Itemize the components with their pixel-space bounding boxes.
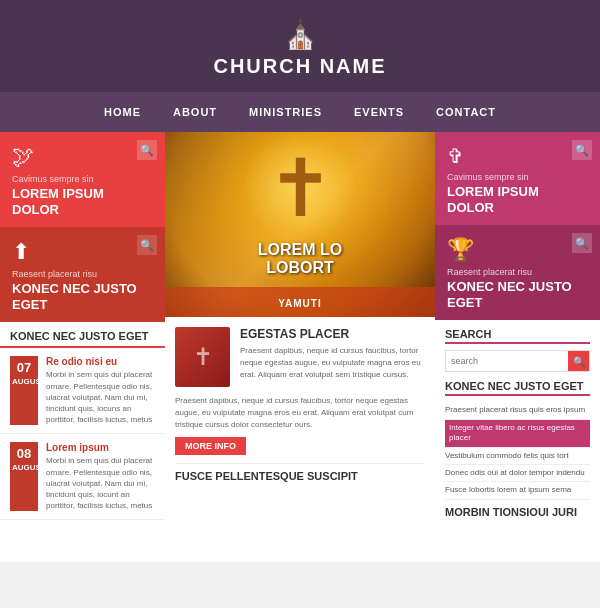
article-body-2: Praesent dapibus, neque id cursus faucib… bbox=[175, 395, 425, 431]
hero-title-2: LOBORT bbox=[258, 259, 342, 277]
right-bottom-subtitle: Raesent placerat risu bbox=[447, 267, 588, 277]
right-top-subtitle: Cavimus sempre sin bbox=[447, 172, 588, 182]
church-name: CHURCH NAME bbox=[213, 55, 386, 77]
left-bottom-widget: 🔍 ⬆ Raesent placerat risu KONEC NEC JUST… bbox=[0, 227, 165, 322]
hero-overlay: YAMUTI bbox=[165, 287, 435, 317]
search-input[interactable] bbox=[446, 351, 568, 371]
news-item-1: 07 August Re odio nisi eu Morbi in sem q… bbox=[0, 348, 165, 434]
cross-icon: ✝ bbox=[267, 142, 334, 235]
nav-ministries[interactable]: MINISTRIES bbox=[233, 102, 338, 122]
list-item-1: Praesent placerat risus quis eros ipsum bbox=[445, 402, 590, 419]
left-top-title: LOREM IPSUM DOLOR bbox=[12, 186, 153, 217]
list-item-2: Integer vitae libero ac risus egestas pl… bbox=[445, 420, 590, 448]
news-day-2: 08 bbox=[12, 446, 36, 463]
right-bottom-title: KONEC NEC JUSTO EGET bbox=[447, 279, 588, 310]
news-date-1: 07 August bbox=[10, 356, 38, 425]
left-news-section: KONEC NEC JUSTO EGET 07 August Re odio n… bbox=[0, 322, 165, 562]
more-info-button[interactable]: MORE INFO bbox=[175, 437, 246, 455]
news-day-1: 07 bbox=[12, 360, 36, 377]
left-bottom-title: KONEC NEC JUSTO EGET bbox=[12, 281, 153, 312]
news-title-2: Lorem ipsum bbox=[46, 442, 155, 453]
right-top-widget: 🔍 ✞ Cavimus sempre sin LOREM IPSUM DOLOR bbox=[435, 132, 600, 225]
hero-text: LOREM LO LOBORT bbox=[258, 241, 342, 277]
arrow-up-icon: ⬆ bbox=[12, 239, 153, 265]
hero-title-1: LOREM LO bbox=[258, 241, 342, 259]
left-bottom-subtitle: Raesent placerat risu bbox=[12, 269, 153, 279]
news-item-2: 08 August Lorem ipsum Morbi in sem quis … bbox=[0, 434, 165, 520]
news-month-2: August bbox=[12, 463, 36, 473]
right-bottom-widget: 🔍 🏆 Raesent placerat risu KONEC NEC JUST… bbox=[435, 225, 600, 320]
header: ⛪ CHURCH NAME bbox=[0, 0, 600, 92]
list-item-3: Vestibulum commodo felis quis tort bbox=[445, 448, 590, 465]
hero-overlay-text: YAMUTI bbox=[278, 298, 321, 309]
article-image: ✝ bbox=[175, 327, 230, 387]
dove-icon: 🕊 bbox=[12, 144, 153, 170]
right-top-title: LOREM IPSUM DOLOR bbox=[447, 184, 588, 215]
church-icon: ⛪ bbox=[10, 18, 590, 51]
search-submit-button[interactable]: 🔍 bbox=[568, 351, 589, 371]
nav-about[interactable]: ABOUT bbox=[157, 102, 233, 122]
nav-home[interactable]: HOME bbox=[88, 102, 157, 122]
left-bottom-search-button[interactable]: 🔍 bbox=[137, 235, 157, 255]
hero-image: ✝ LOREM LO LOBORT YAMUTI bbox=[165, 132, 435, 317]
left-top-widget: 🔍 🕊 Cavimus sempre sin LOREM IPSUM DOLOR bbox=[0, 132, 165, 227]
right-top-search-button[interactable]: 🔍 bbox=[572, 140, 592, 160]
search-section-title: SEARCH bbox=[445, 328, 590, 344]
article-title: EGESTAS PLACER bbox=[240, 327, 425, 341]
left-top-search-button[interactable]: 🔍 bbox=[137, 140, 157, 160]
right-content: SEARCH 🔍 KONEC NEC JUSTO EGET Praesent p… bbox=[435, 320, 600, 562]
list-section: KONEC NEC JUSTO EGET Praesent placerat r… bbox=[445, 380, 590, 499]
article-body-1: Praesent dapibus, neque id cursus faucib… bbox=[240, 345, 425, 381]
center-content: ✝ EGESTAS PLACER Praesent dapibus, neque… bbox=[165, 317, 435, 562]
main-layout: 🔍 🕊 Cavimus sempre sin LOREM IPSUM DOLOR… bbox=[0, 132, 600, 562]
search-section: SEARCH 🔍 bbox=[445, 328, 590, 372]
news-content-2: Lorem ipsum Morbi in sem quis dui placer… bbox=[46, 442, 155, 511]
nav-contact[interactable]: CONTACT bbox=[420, 102, 512, 122]
article-text: EGESTAS PLACER Praesent dapibus, neque i… bbox=[240, 327, 425, 387]
article2-title: FUSCE PELLENTESQUE SUSCIPIT bbox=[175, 463, 425, 482]
left-top-subtitle: Cavimus sempre sin bbox=[12, 174, 153, 184]
navigation: HOME ABOUT MINISTRIES EVENTS CONTACT bbox=[0, 92, 600, 132]
news-body-2: Morbi in sem quis dui placerat ornare. P… bbox=[46, 455, 155, 511]
list-item-5: Fusce lobortis lorem at ipsum sema bbox=[445, 482, 590, 499]
list-item-4: Donec odis oui at dolor tempor indendu bbox=[445, 465, 590, 482]
news-date-2: 08 August bbox=[10, 442, 38, 511]
cross-top-icon: ✞ bbox=[447, 144, 588, 168]
article-header: ✝ EGESTAS PLACER Praesent dapibus, neque… bbox=[175, 327, 425, 387]
left-sidebar: 🔍 🕊 Cavimus sempre sin LOREM IPSUM DOLOR… bbox=[0, 132, 165, 562]
widget-title: MORBIN TIONSIOUI JURI bbox=[445, 506, 590, 518]
right-bottom-search-button[interactable]: 🔍 bbox=[572, 233, 592, 253]
right-sidebar: 🔍 ✞ Cavimus sempre sin LOREM IPSUM DOLOR… bbox=[435, 132, 600, 562]
news-content-1: Re odio nisi eu Morbi in sem quis dui pl… bbox=[46, 356, 155, 425]
news-title-1: Re odio nisi eu bbox=[46, 356, 155, 367]
center-column: ✝ LOREM LO LOBORT YAMUTI ✝ EGESTAS PLACE… bbox=[165, 132, 435, 562]
list-section-title: KONEC NEC JUSTO EGET bbox=[445, 380, 590, 396]
search-input-container: 🔍 bbox=[445, 350, 590, 372]
news-section-title: KONEC NEC JUSTO EGET bbox=[0, 322, 165, 348]
chalice-icon: 🏆 bbox=[447, 237, 588, 263]
news-body-1: Morbi in sem quis dui placerat ornare. P… bbox=[46, 369, 155, 425]
nav-events[interactable]: EVENTS bbox=[338, 102, 420, 122]
news-month-1: August bbox=[12, 377, 36, 387]
